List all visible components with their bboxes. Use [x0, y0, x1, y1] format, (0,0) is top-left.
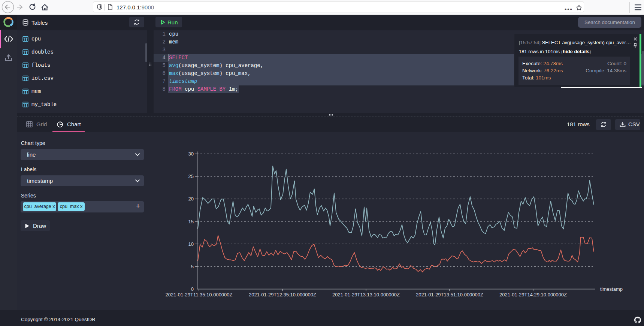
svg-text:30: 30	[188, 151, 194, 157]
svg-text:0: 0	[191, 286, 194, 292]
svg-text:2021-01-29T13:13:10.000000Z: 2021-01-29T13:13:10.000000Z	[332, 292, 400, 298]
svg-text:2021-01-29T13:51:10.000000Z: 2021-01-29T13:51:10.000000Z	[416, 292, 483, 298]
svg-text:2021-01-29T14:29:10.000000Z: 2021-01-29T14:29:10.000000Z	[499, 292, 567, 298]
svg-text:5: 5	[191, 264, 194, 269]
svg-text:timestamp: timestamp	[600, 286, 623, 292]
svg-text:25: 25	[188, 173, 194, 179]
svg-text:15: 15	[188, 219, 194, 224]
svg-text:10: 10	[188, 241, 194, 247]
svg-text:2021-01-29T11:35:10.000000Z: 2021-01-29T11:35:10.000000Z	[165, 292, 232, 298]
svg-text:20: 20	[188, 196, 194, 202]
svg-text:2021-01-29T12:35:10.000000Z: 2021-01-29T12:35:10.000000Z	[249, 292, 316, 298]
